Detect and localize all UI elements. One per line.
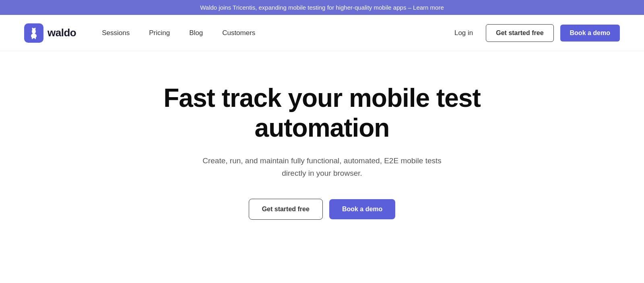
get-started-button-hero[interactable]: Get started free (249, 199, 323, 220)
login-link[interactable]: Log in (448, 25, 479, 41)
navbar-actions: Log in Get started free Book a demo (448, 24, 620, 42)
navbar: waldo Sessions Pricing Blog Customers Lo… (0, 15, 644, 51)
book-demo-button-nav[interactable]: Book a demo (560, 25, 620, 42)
logo-icon (24, 23, 43, 43)
svg-rect-6 (35, 37, 36, 39)
hero-section: Fast track your mobile test automation C… (0, 51, 644, 244)
svg-rect-5 (32, 37, 33, 39)
hero-subtitle: Create, run, and maintain fully function… (197, 155, 447, 179)
get-started-button-nav[interactable]: Get started free (486, 24, 553, 42)
logo-link[interactable]: waldo (24, 23, 76, 43)
nav-pricing[interactable]: Pricing (139, 25, 180, 41)
announcement-banner[interactable]: Waldo joins Tricentis, expanding mobile … (0, 0, 644, 15)
book-demo-button-hero[interactable]: Book a demo (329, 199, 395, 219)
svg-point-3 (32, 27, 33, 29)
nav-customers[interactable]: Customers (213, 25, 265, 41)
logo-text: waldo (47, 27, 76, 39)
svg-point-4 (35, 27, 36, 29)
navbar-nav: Sessions Pricing Blog Customers (92, 25, 448, 41)
nav-sessions[interactable]: Sessions (92, 25, 139, 41)
announcement-text: Waldo joins Tricentis, expanding mobile … (200, 4, 444, 11)
hero-title: Fast track your mobile test automation (161, 83, 483, 143)
hero-actions: Get started free Book a demo (249, 199, 396, 220)
nav-blog[interactable]: Blog (180, 25, 213, 41)
